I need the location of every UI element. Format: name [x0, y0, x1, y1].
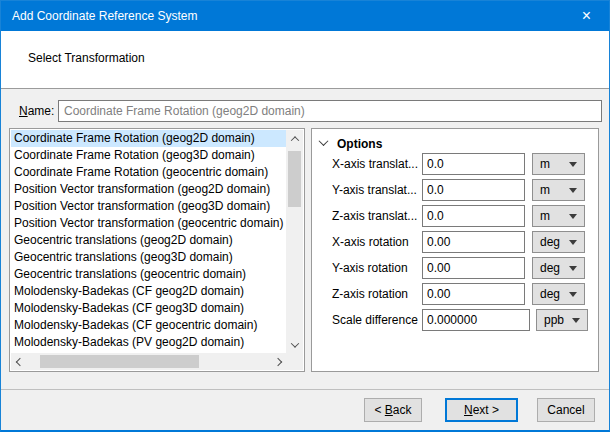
name-label: Name:: [19, 104, 54, 118]
dropdown-arrow-icon: [569, 162, 577, 167]
options-header[interactable]: Options: [320, 137, 382, 151]
add-crs-dialog: Add Coordinate Reference System × Select…: [0, 0, 610, 432]
unit-value: m: [540, 209, 550, 223]
list-item[interactable]: Geocentric translations (geog2D domain): [11, 232, 286, 249]
x-translation-input[interactable]: [422, 153, 525, 175]
z-translation-label: Z-axis translat...: [332, 205, 417, 227]
dropdown-arrow-icon: [569, 292, 577, 297]
unit-value: m: [540, 183, 550, 197]
scrollbar-corner: [286, 353, 303, 370]
list-item[interactable]: Position Vector transformation (geog2D d…: [11, 181, 286, 198]
horizontal-scrollbar-thumb[interactable]: [40, 355, 199, 368]
z-rotation-unit-dropdown[interactable]: deg: [532, 283, 585, 305]
dropdown-arrow-icon: [569, 240, 577, 245]
list-item[interactable]: Molodensky-Badekas (CF geog3D domain): [11, 300, 286, 317]
dropdown-arrow-icon: [572, 318, 580, 323]
chevron-right-icon: [273, 357, 281, 365]
list-item[interactable]: Position Vector transformation (geocentr…: [11, 215, 286, 232]
window-title: Add Coordinate Reference System: [1, 9, 197, 23]
x-translation-label: X-axis translat...: [332, 153, 418, 175]
y-rotation-unit-dropdown[interactable]: deg: [532, 257, 585, 279]
next-button[interactable]: Next >: [445, 398, 518, 422]
dropdown-arrow-icon: [569, 266, 577, 271]
back-button[interactable]: < Back: [364, 398, 422, 422]
unit-value: deg: [540, 287, 560, 301]
x-rotation-unit-dropdown[interactable]: deg: [532, 231, 585, 253]
chevron-up-icon: [290, 136, 298, 144]
wizard-subtitle: Select Transformation: [28, 51, 145, 65]
chevron-down-icon: [290, 339, 298, 347]
z-rotation-label: Z-axis rotation: [332, 283, 408, 305]
y-rotation-label: Y-axis rotation: [332, 257, 408, 279]
name-input[interactable]: [58, 100, 602, 122]
y-translation-unit-dropdown[interactable]: m: [532, 179, 585, 201]
scrollbar-right-button[interactable]: [269, 353, 286, 370]
y-translation-input[interactable]: [422, 179, 525, 201]
dropdown-arrow-icon: [569, 188, 577, 193]
list-item[interactable]: Geocentric translations (geocentric doma…: [11, 266, 286, 283]
list-item[interactable]: Molodensky-Badekas (PV geog2D domain): [11, 334, 286, 351]
list-item[interactable]: Coordinate Frame Rotation (geog2D domain…: [11, 130, 286, 147]
list-item[interactable]: Coordinate Frame Rotation (geocentric do…: [11, 164, 286, 181]
y-translation-label: Y-axis translat...: [332, 179, 417, 201]
z-translation-input[interactable]: [422, 205, 525, 227]
unit-value: deg: [540, 261, 560, 275]
vertical-scrollbar-thumb[interactable]: [288, 151, 301, 207]
scrollbar-left-button[interactable]: [11, 353, 28, 370]
scale-difference-input[interactable]: [422, 309, 530, 331]
close-button[interactable]: ×: [564, 1, 609, 31]
cancel-button[interactable]: Cancel: [537, 398, 595, 422]
collapse-chevron-icon: [319, 136, 329, 146]
scale-difference-label: Scale difference: [332, 309, 418, 331]
titlebar: Add Coordinate Reference System ×: [1, 1, 609, 31]
y-rotation-input[interactable]: [422, 257, 525, 279]
z-rotation-input[interactable]: [422, 283, 525, 305]
transform-list-items: Coordinate Frame Rotation (geog2D domain…: [11, 130, 286, 353]
transform-list: Coordinate Frame Rotation (geog2D domain…: [9, 128, 305, 372]
z-translation-unit-dropdown[interactable]: m: [532, 205, 585, 227]
list-item[interactable]: Position Vector transformation (geog3D d…: [11, 198, 286, 215]
x-translation-unit-dropdown[interactable]: m: [532, 153, 585, 175]
list-item[interactable]: Molodensky-Badekas (CF geocentric domain…: [11, 317, 286, 334]
x-rotation-input[interactable]: [422, 231, 525, 253]
scrollbar-down-button[interactable]: [286, 336, 303, 353]
close-icon: ×: [582, 7, 591, 25]
vertical-scrollbar[interactable]: [286, 130, 303, 353]
dropdown-arrow-icon: [569, 214, 577, 219]
list-item[interactable]: Molodensky-Badekas (CF geog2D domain): [11, 283, 286, 300]
scale-difference-unit-dropdown[interactable]: ppb: [536, 309, 588, 331]
list-item[interactable]: Geocentric translations (geog3D domain): [11, 249, 286, 266]
unit-value: deg: [540, 235, 560, 249]
unit-value: m: [540, 157, 550, 171]
options-title: Options: [337, 137, 382, 151]
options-panel: Options X-axis translat... m Y-axis tran…: [311, 128, 599, 372]
x-rotation-label: X-axis rotation: [332, 231, 409, 253]
unit-value: ppb: [544, 313, 564, 327]
scrollbar-up-button[interactable]: [286, 130, 303, 147]
wizard-header: Select Transformation: [1, 31, 609, 89]
horizontal-scrollbar[interactable]: [11, 353, 286, 370]
list-item[interactable]: Coordinate Frame Rotation (geog3D domain…: [11, 147, 286, 164]
footer-separator: [1, 389, 609, 390]
chevron-left-icon: [15, 357, 23, 365]
